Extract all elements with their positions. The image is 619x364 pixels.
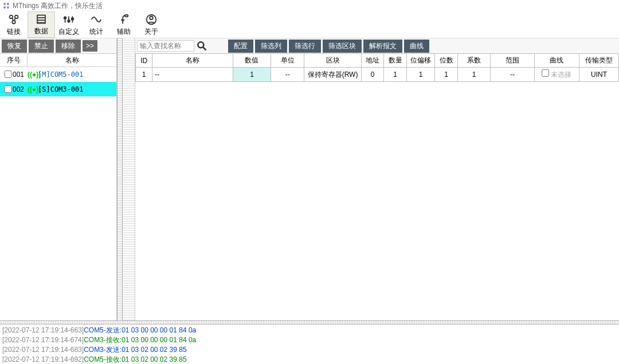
td-block[interactable]: 保持寄存器(RW) (304, 68, 362, 82)
td-addr[interactable]: 0 (361, 68, 383, 82)
ruler-gutter (123, 38, 135, 320)
sidebar-toolbar: 恢复 禁止 移除 >> (0, 38, 116, 53)
link-icon (7, 13, 20, 26)
titlebar: MThings 高效工作，快乐生活 (0, 0, 619, 11)
td-qty[interactable]: 1 (384, 68, 406, 82)
horizontal-splitter[interactable] (0, 320, 619, 324)
menu-link[interactable]: 链接 (0, 11, 28, 38)
expand-button[interactable]: >> (83, 40, 97, 52)
titlebar-text: MThings 高效工作，快乐生活 (13, 1, 103, 11)
menu-custom[interactable]: 自定义 (55, 11, 83, 38)
table-header-row: ID 名称 数值 单位 区块 地址 数量 位偏移 位数 系数 范围 曲线 传输类… (136, 54, 619, 68)
device-num: 002 (13, 85, 28, 93)
menu-assist[interactable]: 辅助 (110, 11, 138, 38)
svg-point-10 (64, 17, 66, 19)
device-sidebar: 恢复 禁止 移除 >> 序号 名称 001 ((●)) [M]COM5-001 … (0, 38, 117, 320)
data-toolbar: 配置 筛选列 筛选行 筛选区块 解析报文 曲线 (135, 38, 619, 53)
th-curve[interactable]: 曲线 (534, 54, 579, 68)
th-bitoff[interactable]: 位偏移 (406, 54, 435, 68)
th-range[interactable]: 范围 (491, 54, 534, 68)
svg-point-16 (198, 42, 203, 48)
forbid-button[interactable]: 禁止 (29, 40, 54, 53)
svg-point-12 (72, 18, 74, 20)
th-unit[interactable]: 单位 (271, 54, 304, 68)
th-id[interactable]: ID (136, 54, 152, 68)
svg-point-11 (68, 19, 70, 22)
device-name: [M]COM5-001 (38, 71, 83, 79)
device-num: 001 (13, 71, 28, 79)
menu-data[interactable]: 数据 (28, 11, 55, 38)
menu-about[interactable]: 关于 (138, 11, 165, 38)
svg-line-17 (203, 48, 206, 50)
sidebar-header: 序号 名称 (0, 53, 116, 67)
device-row[interactable]: 001 ((●)) [M]COM5-001 (0, 67, 116, 82)
td-coef[interactable]: 1 (457, 68, 491, 82)
curve-button[interactable]: 曲线 (404, 40, 429, 53)
th-value[interactable]: 数值 (233, 54, 271, 68)
vertical-splitter[interactable] (117, 38, 123, 320)
td-name[interactable]: -- (152, 68, 233, 82)
td-id[interactable]: 1 (136, 68, 152, 82)
log-line: [2022-07-12 17:19:14-692]COM5-接收:01 03 0… (2, 355, 617, 363)
log-panel: [2022-07-12 17:19:14-663]COM5-发送:01 03 0… (0, 324, 619, 363)
filter-col-button[interactable]: 筛选列 (255, 40, 287, 53)
header-name: 名称 (28, 54, 116, 66)
filter-row-button[interactable]: 筛选行 (289, 40, 321, 53)
log-line: [2022-07-12 17:19:14-674]COM3-接收:01 03 0… (2, 335, 617, 345)
search-input[interactable] (137, 40, 194, 52)
svg-point-13 (125, 14, 128, 17)
about-icon (145, 13, 158, 26)
th-block[interactable]: 区块 (304, 54, 362, 68)
data-table: ID 名称 数值 单位 区块 地址 数量 位偏移 位数 系数 范围 曲线 传输类… (135, 53, 619, 82)
table-row[interactable]: 1 -- 1 -- 保持寄存器(RW) 0 1 1 1 1 -- 未选择 UIN… (136, 68, 619, 82)
svg-point-2 (12, 20, 15, 24)
svg-point-15 (150, 16, 153, 19)
stats-icon (90, 13, 103, 26)
device-row[interactable]: 002 ((●)) [S]COM3-001 (0, 82, 116, 97)
signal-icon: ((●)) (28, 85, 38, 93)
td-bitoff[interactable]: 1 (406, 68, 435, 82)
curve-checkbox[interactable] (542, 69, 549, 77)
th-bits[interactable]: 位数 (435, 54, 457, 68)
th-addr[interactable]: 地址 (361, 54, 383, 68)
parse-button[interactable]: 解析报文 (363, 40, 402, 53)
assist-icon (117, 13, 130, 26)
td-value[interactable]: 1 (233, 68, 271, 82)
device-checkbox[interactable] (3, 85, 13, 93)
device-checkbox[interactable] (3, 71, 13, 78)
custom-icon (62, 13, 75, 26)
header-seq: 序号 (0, 54, 28, 66)
app-icon (2, 2, 10, 10)
filter-block-button[interactable]: 筛选区块 (323, 40, 362, 53)
td-range[interactable]: -- (491, 68, 534, 82)
th-type[interactable]: 传输类型 (579, 54, 618, 68)
th-coef[interactable]: 系数 (457, 54, 491, 68)
main-toolbar: 链接 数据 自定义 统计 辅助 关于 (0, 11, 619, 38)
menu-stats[interactable]: 统计 (83, 11, 110, 38)
log-line: [2022-07-12 17:19:14-663]COM5-发送:01 03 0… (2, 326, 617, 335)
signal-icon: ((●)) (28, 71, 38, 79)
restore-button[interactable]: 恢复 (2, 40, 27, 53)
main-pane: 配置 筛选列 筛选行 筛选区块 解析报文 曲线 ID 名称 数值 单位 区块 地… (135, 38, 619, 320)
search-icon[interactable] (196, 40, 207, 52)
td-bits[interactable]: 1 (435, 68, 457, 82)
config-button[interactable]: 配置 (228, 40, 253, 53)
th-qty[interactable]: 数量 (384, 54, 406, 68)
remove-button[interactable]: 移除 (56, 40, 81, 53)
device-name: [S]COM3-001 (38, 85, 83, 93)
th-name[interactable]: 名称 (152, 54, 233, 68)
log-line: [2022-07-12 17:19:14-683]COM3-发送:01 03 0… (2, 345, 617, 355)
td-unit[interactable]: -- (271, 68, 304, 82)
td-type[interactable]: UINT (579, 68, 618, 82)
data-table-scroll[interactable]: ID 名称 数值 单位 区块 地址 数量 位偏移 位数 系数 范围 曲线 传输类… (135, 53, 619, 82)
td-curve[interactable]: 未选择 (534, 68, 579, 82)
data-icon (35, 13, 48, 25)
svg-rect-3 (37, 15, 45, 24)
